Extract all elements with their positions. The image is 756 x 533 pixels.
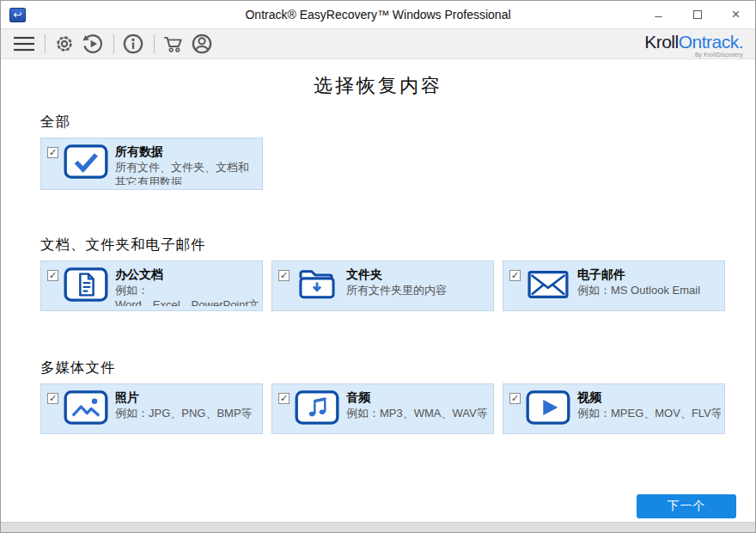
toolbar-separator: [45, 34, 46, 53]
checkmark-icon: ✓: [49, 394, 57, 403]
card-desc: 所有文件、文件夹、文档和其它有用数据: [115, 160, 259, 185]
audio-note-icon: [295, 390, 339, 429]
checkmark-icon: ✓: [49, 271, 57, 280]
card-audio[interactable]: ✓ 音频 例如：MP3、WMA、WAV等: [271, 383, 494, 434]
video-play-icon: [526, 390, 570, 429]
card-desc: 例如：MS Outlook Email: [577, 283, 721, 297]
toolbar: KrollOntrack. By KrollDiscovery: [1, 28, 755, 59]
checkmark-icon: ✓: [280, 271, 288, 280]
kroll-ontrack-logo: KrollOntrack. By KrollDiscovery: [644, 33, 743, 58]
folder-download-icon: [295, 267, 339, 306]
checkbox-video[interactable]: ✓: [509, 393, 521, 404]
card-desc-examples: Word、Excel、PowerPoint文件: [115, 297, 259, 306]
checkmark-icon: ✓: [280, 394, 288, 403]
checkbox-audio[interactable]: ✓: [278, 393, 290, 404]
window-bottom-edge: [1, 522, 755, 532]
card-title: 电子邮件: [577, 267, 721, 282]
card-email[interactable]: ✓ 电子邮件 例如：MS Outlook Email: [503, 260, 725, 311]
maximize-icon: [693, 10, 702, 19]
next-button[interactable]: 下一个: [637, 494, 736, 518]
checkbox-folder[interactable]: ✓: [278, 270, 290, 281]
card-folder[interactable]: ✓ 文件夹 所有文件夹里的内容: [271, 260, 494, 311]
section-label-multimedia: 多媒体文件: [40, 358, 116, 377]
app-window: ↩ Ontrack® EasyRecovery™ Windows Profess…: [0, 0, 756, 533]
checkbox-all-data[interactable]: ✓: [47, 147, 58, 158]
card-office-documents[interactable]: ✓ 办公文档 例如： Word、Excel、PowerPoint文件: [40, 260, 263, 311]
card-title: 文件夹: [346, 267, 490, 282]
info-icon[interactable]: [122, 33, 144, 55]
card-title: 视频: [577, 390, 721, 405]
section-label-all: 全部: [40, 113, 70, 132]
office-document-icon: [64, 267, 108, 306]
card-all-data[interactable]: ✓ 所有数据 所有文件、文件夹、文档和其它有用数据: [40, 138, 263, 190]
all-data-check-icon: [64, 144, 108, 185]
checkbox-email[interactable]: ✓: [509, 270, 521, 281]
logo-tagline: By KrollDiscovery: [644, 52, 743, 58]
card-title: 照片: [115, 390, 259, 405]
card-desc: 所有文件夹里的内容: [346, 283, 490, 297]
checkmark-icon: ✓: [511, 394, 519, 403]
hamburger-menu-icon[interactable]: [13, 33, 35, 55]
toolbar-separator: [113, 34, 114, 53]
card-photos[interactable]: ✓ 照片 例如：JPG、PNG、BMP等: [40, 383, 263, 434]
email-envelope-icon: [526, 267, 570, 306]
card-title: 办公文档: [115, 267, 259, 282]
card-title: 音频: [346, 390, 490, 405]
settings-gear-icon[interactable]: [53, 33, 76, 55]
card-desc: 例如：MPEG、MOV、FLV等: [577, 406, 721, 420]
checkmark-icon: ✓: [49, 148, 57, 157]
main-content: 选择恢复内容 全部 ✓ 所有数据 所有文件、文件夹、文档和其它有用数据 文档、文…: [1, 59, 755, 522]
account-person-icon[interactable]: [191, 33, 213, 55]
checkbox-office-documents[interactable]: ✓: [47, 270, 58, 281]
card-desc: 例如：: [115, 283, 259, 297]
close-button[interactable]: ×: [716, 1, 755, 28]
card-title: 所有数据: [115, 144, 259, 159]
section-label-documents: 文档、文件夹和电子邮件: [40, 236, 206, 254]
checkmark-icon: ✓: [511, 271, 519, 280]
recovery-history-icon[interactable]: [82, 33, 104, 55]
toolbar-separator: [154, 34, 155, 53]
page-title: 选择恢复内容: [1, 73, 755, 99]
checkbox-photos[interactable]: ✓: [47, 393, 58, 404]
titlebar: ↩ Ontrack® EasyRecovery™ Windows Profess…: [1, 1, 755, 28]
photo-icon: [64, 390, 108, 429]
minimize-button[interactable]: –: [639, 1, 678, 28]
card-desc: 例如：MP3、WMA、WAV等: [346, 406, 490, 420]
shopping-cart-icon[interactable]: [162, 33, 185, 55]
card-video[interactable]: ✓ 视频 例如：MPEG、MOV、FLV等: [503, 383, 725, 434]
card-desc: 例如：JPG、PNG、BMP等: [115, 406, 259, 420]
maximize-button[interactable]: [678, 1, 716, 28]
